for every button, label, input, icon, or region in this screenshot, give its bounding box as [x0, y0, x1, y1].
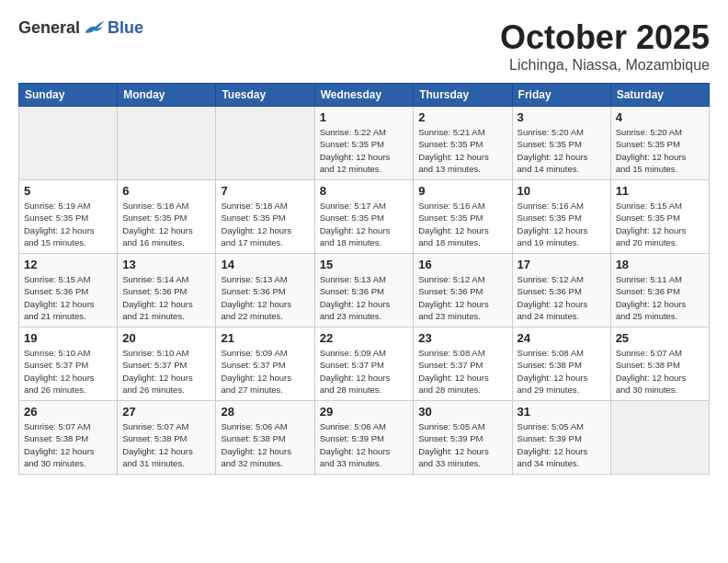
calendar-cell [216, 107, 314, 180]
weekday-header-row: SundayMondayTuesdayWednesdayThursdayFrid… [19, 84, 710, 107]
weekday-header-saturday: Saturday [610, 84, 709, 107]
calendar-cell: 23Sunrise: 5:08 AMSunset: 5:37 PMDayligh… [414, 327, 512, 401]
calendar-cell: 2Sunrise: 5:21 AMSunset: 5:35 PMDaylight… [414, 107, 512, 180]
day-number: 2 [418, 110, 506, 124]
day-info: Sunrise: 5:15 AMSunset: 5:35 PMDaylight:… [616, 200, 704, 248]
calendar-cell: 10Sunrise: 5:16 AMSunset: 5:35 PMDayligh… [512, 180, 610, 254]
month-title: October 2025 [500, 18, 710, 57]
day-info: Sunrise: 5:09 AMSunset: 5:37 PMDaylight:… [320, 347, 409, 396]
calendar-cell [19, 107, 118, 180]
calendar-cell: 16Sunrise: 5:12 AMSunset: 5:36 PMDayligh… [414, 254, 512, 327]
day-info: Sunrise: 5:13 AMSunset: 5:36 PMDaylight:… [320, 273, 409, 322]
logo-blue-text: Blue [108, 18, 143, 38]
logo-bird-icon [84, 19, 106, 38]
day-info: Sunrise: 5:20 AMSunset: 5:35 PMDaylight:… [616, 126, 704, 175]
calendar-cell [610, 401, 709, 475]
week-row-1: 1Sunrise: 5:22 AMSunset: 5:35 PMDaylight… [19, 107, 710, 180]
day-info: Sunrise: 5:11 AMSunset: 5:36 PMDaylight:… [616, 273, 704, 322]
day-number: 20 [122, 331, 210, 345]
week-row-2: 5Sunrise: 5:19 AMSunset: 5:35 PMDaylight… [19, 180, 710, 254]
day-info: Sunrise: 5:10 AMSunset: 5:37 PMDaylight:… [24, 347, 112, 396]
weekday-header-tuesday: Tuesday [216, 84, 314, 107]
calendar-cell: 14Sunrise: 5:13 AMSunset: 5:36 PMDayligh… [216, 254, 314, 327]
day-number: 5 [24, 184, 112, 198]
day-number: 7 [221, 184, 309, 198]
day-info: Sunrise: 5:10 AMSunset: 5:37 PMDaylight:… [122, 347, 210, 396]
week-row-4: 19Sunrise: 5:10 AMSunset: 5:37 PMDayligh… [19, 327, 710, 401]
calendar-cell: 5Sunrise: 5:19 AMSunset: 5:35 PMDaylight… [19, 180, 118, 254]
weekday-header-thursday: Thursday [414, 84, 512, 107]
day-info: Sunrise: 5:13 AMSunset: 5:36 PMDaylight:… [221, 273, 309, 322]
day-number: 8 [320, 184, 409, 198]
day-number: 3 [518, 110, 606, 124]
day-number: 15 [320, 258, 409, 271]
day-number: 26 [24, 405, 112, 419]
day-number: 17 [518, 258, 606, 271]
day-info: Sunrise: 5:16 AMSunset: 5:35 PMDaylight:… [418, 200, 506, 248]
day-info: Sunrise: 5:05 AMSunset: 5:39 PMDaylight:… [418, 420, 506, 469]
calendar-cell: 13Sunrise: 5:14 AMSunset: 5:36 PMDayligh… [118, 254, 216, 327]
day-info: Sunrise: 5:06 AMSunset: 5:38 PMDaylight:… [221, 420, 309, 469]
calendar-cell: 7Sunrise: 5:18 AMSunset: 5:35 PMDaylight… [216, 180, 314, 254]
calendar-cell: 15Sunrise: 5:13 AMSunset: 5:36 PMDayligh… [314, 254, 414, 327]
day-info: Sunrise: 5:09 AMSunset: 5:37 PMDaylight:… [221, 347, 309, 396]
day-number: 27 [122, 405, 210, 419]
logo-general-text: General [18, 18, 80, 38]
day-info: Sunrise: 5:08 AMSunset: 5:37 PMDaylight:… [418, 347, 506, 396]
day-number: 6 [122, 184, 210, 198]
calendar-cell: 17Sunrise: 5:12 AMSunset: 5:36 PMDayligh… [512, 254, 610, 327]
day-info: Sunrise: 5:17 AMSunset: 5:35 PMDaylight:… [320, 200, 409, 248]
day-number: 10 [518, 184, 606, 198]
calendar-cell: 30Sunrise: 5:05 AMSunset: 5:39 PMDayligh… [414, 401, 512, 475]
day-number: 19 [24, 331, 112, 345]
day-info: Sunrise: 5:07 AMSunset: 5:38 PMDaylight:… [24, 420, 112, 469]
day-info: Sunrise: 5:06 AMSunset: 5:39 PMDaylight:… [320, 420, 409, 469]
calendar-cell: 4Sunrise: 5:20 AMSunset: 5:35 PMDaylight… [610, 107, 709, 180]
day-number: 14 [221, 258, 309, 271]
day-number: 13 [122, 258, 210, 271]
day-info: Sunrise: 5:05 AMSunset: 5:39 PMDaylight:… [518, 420, 606, 469]
day-info: Sunrise: 5:07 AMSunset: 5:38 PMDaylight:… [122, 420, 210, 469]
day-number: 16 [418, 258, 506, 271]
day-number: 23 [418, 331, 506, 345]
calendar-cell: 28Sunrise: 5:06 AMSunset: 5:38 PMDayligh… [216, 401, 314, 475]
calendar: SundayMondayTuesdayWednesdayThursdayFrid… [18, 83, 710, 475]
calendar-cell [118, 107, 216, 180]
day-number: 18 [616, 258, 704, 271]
day-info: Sunrise: 5:14 AMSunset: 5:36 PMDaylight:… [122, 273, 210, 322]
day-number: 4 [616, 110, 704, 124]
logo: General Blue [18, 18, 143, 38]
day-info: Sunrise: 5:18 AMSunset: 5:35 PMDaylight:… [221, 200, 309, 248]
day-number: 21 [221, 331, 309, 345]
day-number: 29 [320, 405, 409, 419]
day-info: Sunrise: 5:08 AMSunset: 5:38 PMDaylight:… [518, 347, 606, 396]
calendar-cell: 9Sunrise: 5:16 AMSunset: 5:35 PMDaylight… [414, 180, 512, 254]
calendar-cell: 21Sunrise: 5:09 AMSunset: 5:37 PMDayligh… [216, 327, 314, 401]
day-info: Sunrise: 5:22 AMSunset: 5:35 PMDaylight:… [320, 126, 409, 175]
day-number: 24 [518, 331, 606, 345]
calendar-cell: 11Sunrise: 5:15 AMSunset: 5:35 PMDayligh… [610, 180, 709, 254]
day-info: Sunrise: 5:16 AMSunset: 5:35 PMDaylight:… [518, 200, 606, 248]
title-block: October 2025 Lichinga, Niassa, Mozambiqu… [500, 18, 710, 74]
weekday-header-sunday: Sunday [19, 84, 118, 107]
header: General Blue October 2025 Lichinga, Nias… [18, 18, 710, 74]
calendar-cell: 26Sunrise: 5:07 AMSunset: 5:38 PMDayligh… [19, 401, 118, 475]
day-info: Sunrise: 5:21 AMSunset: 5:35 PMDaylight:… [418, 126, 506, 175]
location: Lichinga, Niassa, Mozambique [500, 57, 710, 74]
week-row-3: 12Sunrise: 5:15 AMSunset: 5:36 PMDayligh… [19, 254, 710, 327]
day-info: Sunrise: 5:20 AMSunset: 5:35 PMDaylight:… [518, 126, 606, 175]
day-number: 25 [616, 331, 704, 345]
calendar-cell: 18Sunrise: 5:11 AMSunset: 5:36 PMDayligh… [610, 254, 709, 327]
weekday-header-wednesday: Wednesday [314, 84, 414, 107]
week-row-5: 26Sunrise: 5:07 AMSunset: 5:38 PMDayligh… [19, 401, 710, 475]
weekday-header-monday: Monday [118, 84, 216, 107]
day-number: 1 [320, 110, 409, 124]
weekday-header-friday: Friday [512, 84, 610, 107]
day-info: Sunrise: 5:12 AMSunset: 5:36 PMDaylight:… [418, 273, 506, 322]
day-info: Sunrise: 5:18 AMSunset: 5:35 PMDaylight:… [122, 200, 210, 248]
day-number: 12 [24, 258, 112, 271]
day-info: Sunrise: 5:19 AMSunset: 5:35 PMDaylight:… [24, 200, 112, 248]
calendar-cell: 3Sunrise: 5:20 AMSunset: 5:35 PMDaylight… [512, 107, 610, 180]
day-info: Sunrise: 5:15 AMSunset: 5:36 PMDaylight:… [24, 273, 112, 322]
calendar-cell: 24Sunrise: 5:08 AMSunset: 5:38 PMDayligh… [512, 327, 610, 401]
